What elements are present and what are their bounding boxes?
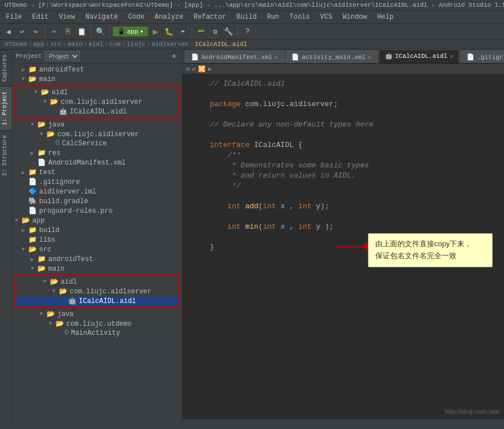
code-line-10: * and return values in AIDL.: [183, 171, 504, 181]
toolbar-icon2[interactable]: ⇄: [192, 65, 196, 73]
menu-run[interactable]: Run: [264, 12, 283, 22]
coverage-button[interactable]: ☂: [176, 26, 189, 38]
tree-node-src1[interactable]: ▼ 📂 src: [12, 245, 182, 254]
toolbar-back[interactable]: ◀: [2, 26, 15, 38]
tree-node-res[interactable]: ▶ 📁 res: [12, 148, 182, 158]
menu-tools[interactable]: Tools: [286, 12, 314, 22]
menu-view[interactable]: View: [56, 12, 79, 22]
breadcrumb-src[interactable]: src: [50, 41, 62, 48]
breadcrumb-main[interactable]: main: [67, 41, 82, 48]
menu-code[interactable]: Code: [125, 12, 148, 22]
tree-node-comutdemo[interactable]: ▼ 📂 com.liujc.utdemo: [12, 319, 182, 329]
tree-node-main1[interactable]: ▼ 📂 main: [12, 74, 182, 84]
toolbar-redo[interactable]: ↪: [29, 26, 42, 38]
menu-file[interactable]: File: [2, 12, 26, 22]
tree-node-test[interactable]: ▶ 📁 test: [12, 167, 182, 177]
tree-node-java2[interactable]: ▼ 📂 java: [12, 309, 182, 319]
avd-button[interactable]: 📟: [195, 26, 207, 38]
breadcrumb-aidl[interactable]: aidl: [88, 41, 103, 48]
menu-navigate[interactable]: Navigate: [82, 12, 121, 22]
toolbar-app-selector[interactable]: 📱 app ▾: [113, 27, 148, 36]
tree-node-icalc1[interactable]: ▶ 🤖 ICalcAIDL.aidl: [16, 107, 179, 116]
breadcrumb-aidlserver[interactable]: aidlserver: [151, 41, 189, 48]
highlight-box-bottom: ▼ 📂 aidl ▼ 📂 com.liujc.aidlserver ▶ 🤖 IC…: [15, 275, 180, 308]
tab-icalcaidl[interactable]: 🤖 ICalcAIDL.aidl ✕: [379, 49, 459, 63]
tab-gitigr-label: .gitigr: [477, 54, 503, 61]
tree-node-buildgradle1[interactable]: ▶ 🐘 build.gradle: [12, 196, 182, 206]
tree-header: Project Project ⚙: [12, 49, 182, 64]
captures-tab[interactable]: Captures: [0, 49, 12, 86]
file-icon: 📄: [467, 53, 475, 61]
project-tab[interactable]: 1: Project: [0, 86, 12, 130]
debug-button[interactable]: 🐛: [163, 26, 175, 38]
tree-node-androidtest2[interactable]: ▶ 📁 androidTest: [12, 254, 182, 264]
menu-help[interactable]: Help: [374, 12, 397, 22]
tree-node-libs[interactable]: ▶ 📁 libs: [12, 235, 182, 245]
toolbar-icon4[interactable]: ▶: [208, 65, 212, 73]
menu-window[interactable]: Window: [339, 12, 370, 22]
tab-gitigr[interactable]: 📄 .gitigr ✕: [460, 51, 504, 63]
xml-icon2: 📄: [291, 53, 299, 61]
code-editor[interactable]: // ICalcAIDL.aidl package com.liujc.aidl…: [183, 74, 504, 419]
breadcrumb-icalcaidl[interactable]: ICalcAIDL.aidl: [195, 41, 247, 48]
tree-node-gitignore1[interactable]: ▶ 📄 .gitignore: [12, 177, 182, 187]
tree-settings-btn[interactable]: ⚙: [170, 52, 179, 61]
code-line-6: [183, 130, 504, 140]
menu-edit[interactable]: Edit: [29, 12, 52, 22]
tree-node-com2[interactable]: ▼ 📂 com.liujc.aidlserver: [12, 129, 182, 139]
tree-node-java1[interactable]: ▼ 📂 java: [12, 120, 182, 129]
code-line-4: [183, 110, 504, 120]
project-dropdown[interactable]: Project: [44, 51, 80, 61]
menu-build[interactable]: Build: [233, 12, 260, 22]
tree-node-mainactivity[interactable]: ▶ © MainActivity: [12, 329, 182, 338]
tab-close-activitymain[interactable]: ✕: [368, 54, 371, 61]
toolbar-sep2: [91, 27, 91, 37]
toolbar-copy[interactable]: ⎘: [62, 26, 74, 38]
code-line-12: [183, 191, 504, 201]
tab-close-icalcaidl[interactable]: ✕: [450, 53, 453, 60]
breadcrumb-liujc[interactable]: liujc: [127, 41, 146, 48]
tab-activitymain[interactable]: 📄 activity_main.xml ✕: [285, 51, 377, 63]
tree-node-main2[interactable]: ▼ 📂 main: [12, 264, 182, 274]
structure-tab[interactable]: 2: Structure: [0, 130, 12, 180]
tab-androidmanifest[interactable]: 📄 AndroidManifest.xml ✕: [185, 51, 284, 63]
help-button[interactable]: ?: [241, 26, 253, 38]
breadcrumb-com[interactable]: com: [109, 41, 121, 48]
tree-node-manifest1[interactable]: ▶ 📄 AndroidManifest.xml: [12, 158, 182, 167]
chevron-down-icon: ▾: [140, 28, 144, 35]
tab-close-androidmanifest[interactable]: ✕: [274, 54, 278, 61]
tree-node-build1[interactable]: ▶ 📁 build: [12, 225, 182, 235]
tree-node-com1[interactable]: ▼ 📂 com.liujc.aidlserver: [16, 97, 179, 107]
tree-node-app[interactable]: ▼ 📂 app: [12, 216, 182, 225]
sdk-button[interactable]: ⚙: [209, 26, 221, 38]
run-button[interactable]: ▶: [149, 26, 162, 38]
toolbar-sep1: [45, 27, 45, 37]
toolbar-icon1[interactable]: ⚙: [186, 65, 190, 73]
tree-node-androidtest1[interactable]: ▶ 📁 androidTest: [12, 65, 182, 74]
toolbar-paste[interactable]: 📋: [75, 26, 88, 38]
tree-node-icalc2[interactable]: ▶ 🤖 ICalcAIDL.aidl: [16, 296, 179, 306]
toolbar-undo[interactable]: ↩: [16, 26, 28, 38]
toolbar-search[interactable]: 🔍: [94, 26, 107, 38]
toolbar-icon3[interactable]: 🔀: [198, 65, 206, 73]
code-line-3: package com.liujc.aidlserver;: [183, 99, 504, 110]
tree-node-proguard[interactable]: ▶ 📄 proguard-rules.pro: [12, 206, 182, 216]
toolbar: ◀ ↩ ↪ ✂ ⎘ 📋 🔍 📱 app ▾ ▶ 🐛 ☂ 📟 ⚙ 🔧 ?: [0, 24, 504, 40]
menu-refactor[interactable]: Refactor: [190, 12, 230, 22]
tree-node-aidlserveriml[interactable]: ▶ 🔷 aidlserver.iml: [12, 187, 182, 196]
code-line-13: int add(int x , int y);: [183, 201, 504, 212]
breadcrumb-utdemo[interactable]: UTDemo: [5, 41, 27, 48]
breadcrumb-app[interactable]: app: [33, 41, 44, 48]
menu-vcs[interactable]: VCS: [317, 12, 336, 22]
editor-toolbar: ⚙ ⇄ 🔀 ▶: [183, 64, 504, 74]
settings-button[interactable]: 🔧: [222, 26, 235, 38]
tab-androidmanifest-label: AndroidManifest.xml: [201, 54, 272, 61]
tree-node-aidl2[interactable]: ▼ 📂 aidl: [16, 277, 179, 287]
toolbar-cut[interactable]: ✂: [48, 26, 61, 38]
code-line-9: * Demonstrates some basic types: [183, 161, 504, 171]
tree-node-com3[interactable]: ▼ 📂 com.liujc.aidlserver: [16, 287, 179, 296]
menu-analyze[interactable]: Analyze: [151, 12, 187, 22]
tree-node-calcservice[interactable]: ▶ © CalcService: [12, 139, 182, 148]
tree-node-aidl1[interactable]: ▼ 📂 aidl: [16, 87, 179, 97]
menu-bar: File Edit View Navigate Code Analyze Ref…: [0, 11, 504, 24]
